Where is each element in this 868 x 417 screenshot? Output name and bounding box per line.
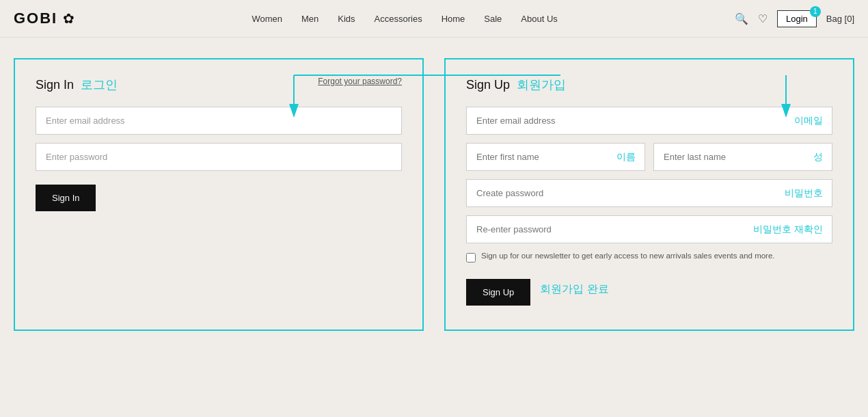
nav-men[interactable]: Men [301,14,318,24]
lastname-input[interactable] [653,143,832,171]
signin-button[interactable]: Sign In [36,185,96,211]
logo-text: GOBI [14,10,57,27]
logo[interactable]: GOBI ✿ [14,10,74,27]
reenter-password-wrapper: 비밀번호 재확인 [466,215,832,243]
create-password-input[interactable] [466,179,832,207]
nav-accessories[interactable]: Accessories [375,14,422,24]
firstname-wrapper: 이름 [466,143,645,171]
signup-title-en: Sign Up [466,78,510,92]
main-nav: Women Men Kids Accessories Home Sale Abo… [252,14,557,24]
signup-panel: Sign Up 회원가입 이메일 이름 성 [444,58,854,331]
lastname-wrapper: 성 [653,143,832,171]
signup-title-kr: 회원가입 [517,77,566,93]
reenter-password-input[interactable] [466,215,832,243]
name-row: 이름 성 [466,143,832,171]
main-content: Sign In 로그인 Forgot your password? Sign I… [0,38,868,351]
nav-sale[interactable]: Sale [484,14,502,24]
newsletter-checkbox[interactable] [466,253,476,263]
nav-kids[interactable]: Kids [338,14,355,24]
search-icon[interactable]: 🔍 [735,12,748,25]
newsletter-row: Sign up for our newsletter to get early … [466,252,832,263]
signin-title-en: Sign In [36,78,74,92]
firstname-input[interactable] [466,143,645,171]
signup-button-row: Sign Up 회원가입 완료 [466,273,832,306]
signup-email-wrapper: 이메일 [466,107,832,135]
wishlist-icon[interactable]: ♡ [758,12,768,25]
forgot-password-link[interactable]: Forgot your password? [318,77,402,86]
signup-button[interactable]: Sign Up [466,279,530,306]
signin-panel: Sign In 로그인 Forgot your password? Sign I… [14,58,424,331]
nav-women[interactable]: Women [252,14,282,24]
bag-button[interactable]: Bag [0] [826,14,854,24]
notification-badge: 1 [810,6,821,17]
signup-button-kr-label: 회원가입 완료 [540,282,608,297]
nav-about[interactable]: About Us [521,14,557,24]
signin-email-input[interactable] [36,107,402,135]
create-password-wrapper: 비밀번호 [466,179,832,207]
signup-email-input[interactable] [466,107,832,135]
signup-title: Sign Up 회원가입 [466,77,832,93]
logo-icon: ✿ [63,10,74,27]
nav-home[interactable]: Home [442,14,465,24]
signin-password-input[interactable] [36,143,402,171]
newsletter-text: Sign up for our newsletter to get early … [481,252,775,260]
header: GOBI ✿ Women Men Kids Accessories Home S… [0,0,868,38]
header-actions: 🔍 ♡ Login 1 Bag [0] [735,10,854,27]
signin-title-kr: 로그인 [81,77,118,93]
